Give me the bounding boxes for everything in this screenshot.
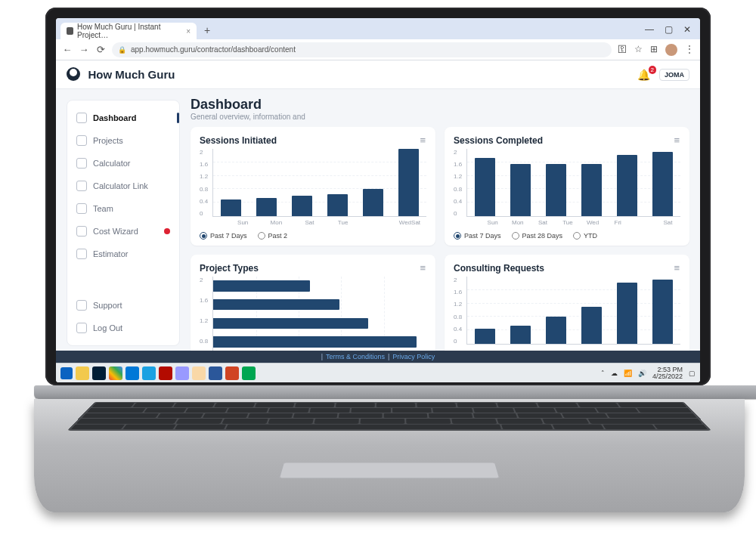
sidebar-item-label: Dashboard [93,113,136,122]
taskbar-app-icon[interactable] [192,366,206,380]
card-menu-icon[interactable]: ≡ [420,135,426,146]
bookmark-star-icon[interactable]: ☆ [634,44,643,56]
favicon [67,27,73,35]
lock-icon: 🔒 [118,46,126,54]
browser-toolbar: ← → ⟳ 🔒 app.howmuch.guru/contractor/dash… [56,39,700,60]
radio-dot-icon [512,232,519,240]
org-badge[interactable]: JOMA [659,69,689,81]
sidebar-item-label: Projects [93,136,123,145]
extensions-icon[interactable]: ⊞ [650,44,658,56]
tray-wifi-icon[interactable]: 📶 [624,370,632,377]
taskbar-app-icon[interactable] [175,366,189,380]
sidebar-item-projects[interactable]: Projects [67,129,179,152]
chart-sessions-initiated: 21.61.20.80.40SunMonSatTueWedSat [200,149,426,226]
browser-tab-strip: How Much Guru | Instant Project… × + — ▢… [56,18,700,39]
password-key-icon[interactable]: ⚿ [618,44,627,56]
sidebar-item-label: Calculator [93,159,131,168]
card-project-types: Project Types ≡ 21.61.20.8 [191,255,435,351]
tray-volume-icon[interactable]: 🔊 [638,370,646,377]
nav-reload-icon[interactable]: ⟳ [95,44,106,55]
brand[interactable]: How Much Guru [67,67,175,82]
app-header: How Much Guru 🔔 2 JOMA [56,60,700,89]
nav-forward-icon[interactable]: → [79,44,89,55]
screen-bezel: How Much Guru | Instant Project… × + — ▢… [45,8,711,385]
card-menu-icon[interactable]: ≡ [674,135,680,146]
radio-past-28-days[interactable]: Past 28 Days [512,232,563,240]
estimator-icon [76,249,87,259]
taskbar-app-icon[interactable] [76,366,89,380]
card-menu-icon[interactable]: ≡ [674,262,680,274]
taskbar-app-icon[interactable] [109,366,122,380]
sidebar-item-team[interactable]: Team [67,197,179,220]
tab-title: How Much Guru | Instant Project… [77,23,182,39]
tray-cloud-icon[interactable]: ☁ [611,370,618,377]
taskbar-date: 4/25/2022 [652,373,683,380]
app-viewport: How Much Guru 🔔 2 JOMA Dashboard [56,60,700,382]
range-radios: Past 7 Days Past 2 [200,232,426,240]
browser-menu-icon[interactable]: ⋮ [685,44,694,56]
browser-tab[interactable]: How Much Guru | Instant Project… × [60,23,197,39]
support-icon [76,300,87,311]
radio-past-7-days[interactable]: Past 7 Days [200,232,247,240]
calculator-icon [76,158,87,169]
window-close-icon[interactable]: ✕ [683,24,691,35]
wizard-icon [76,226,87,237]
profile-avatar-icon[interactable] [665,44,677,56]
radio-past-2[interactable]: Past 2 [258,232,288,240]
radio-past-7-days[interactable]: Past 7 Days [454,232,501,240]
notifications-bell-icon[interactable]: 🔔 2 [637,69,650,81]
close-tab-icon[interactable]: × [186,27,191,36]
sidebar-item-label: Team [93,204,113,213]
page-title: Dashboard [191,97,689,113]
sidebar-item-label: Cost Wizard [93,227,138,236]
url-bar[interactable]: 🔒 app.howmuch.guru/contractor/dashboard/… [112,42,612,57]
taskbar-app-icon[interactable] [142,366,156,380]
keyboard [67,402,711,431]
footer-privacy-link[interactable]: Privacy Policy [392,353,435,360]
brand-icon [67,67,80,81]
url-text: app.howmuch.guru/contractor/dashboard/co… [131,45,296,54]
chart-consulting-requests: 21.61.20.80.40 [454,277,680,347]
card-menu-icon[interactable]: ≡ [420,262,426,274]
taskbar-app-icon[interactable] [125,366,139,380]
sidebar-item-label: Calculator Link [93,181,148,190]
dashboard-icon [76,113,87,123]
tray-chevron-icon[interactable]: ˄ [601,370,605,377]
sidebar-item-logout[interactable]: Log Out [67,317,179,339]
card-title: Sessions Initiated [200,135,277,146]
taskbar-app-icon[interactable] [225,366,239,380]
card-consulting-requests: Consulting Requests ≡ 21.61.20.80.40 [445,255,689,351]
taskbar-app-icon[interactable] [242,366,256,380]
radio-ytd[interactable]: YTD [573,232,597,240]
window-minimize-icon[interactable]: — [645,24,654,35]
card-title: Consulting Requests [454,263,544,274]
sidebar-item-estimator[interactable]: Estimator [67,243,179,265]
tray-notifications-icon[interactable]: ▢ [689,370,696,377]
logout-icon [76,323,87,333]
start-menu-icon[interactable] [60,367,73,379]
chart-project-types: 21.61.20.8 [200,277,426,351]
trackpad [279,462,500,478]
card-title: Project Types [200,263,259,274]
sidebar-item-calculator[interactable]: Calculator [67,152,179,175]
sidebar-item-label: Log Out [93,323,122,332]
nav-back-icon[interactable]: ← [62,44,73,55]
laptop-hinge [34,385,756,399]
app-footer: | Terms & Conditions | Privacy Policy [56,351,700,363]
new-tab-button[interactable]: + [201,24,213,39]
taskbar-app-icon[interactable] [92,366,106,380]
sidebar-item-support[interactable]: Support [67,294,179,317]
sidebar-item-dashboard[interactable]: Dashboard [67,107,179,129]
footer-terms-link[interactable]: Terms & Conditions [326,353,385,360]
window-maximize-icon[interactable]: ▢ [665,24,673,35]
radio-dot-icon [200,232,207,240]
card-sessions-initiated: Sessions Initiated ≡ 21.61.20.80.40SunMo… [191,127,435,246]
radio-dot-icon [573,232,581,240]
taskbar-app-icon[interactable] [159,366,172,380]
taskbar-clock[interactable]: 2:53 PM 4/25/2022 [652,366,683,380]
sidebar-item-cost-wizard[interactable]: Cost Wizard [67,220,179,243]
taskbar-app-icon[interactable] [209,366,222,380]
notification-badge: 2 [649,66,656,74]
sidebar-item-calculator-link[interactable]: Calculator Link [67,175,179,197]
range-radios: Past 7 Days Past 28 Days YTD [454,232,680,240]
